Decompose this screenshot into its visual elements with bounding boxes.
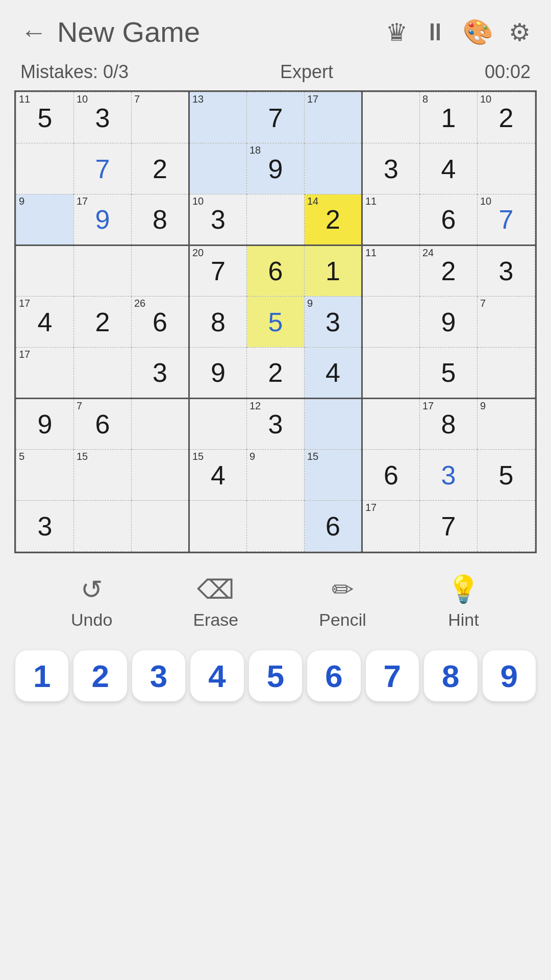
cell-r1-c2[interactable]: 2 xyxy=(132,143,189,194)
cell-r3-c2[interactable] xyxy=(132,246,189,297)
pause-icon[interactable]: ⏸ xyxy=(423,18,447,46)
cell-r4-c0[interactable]: 174 xyxy=(16,297,74,348)
cell-r1-c4[interactable]: 189 xyxy=(247,143,305,194)
cell-r2-c3[interactable]: 103 xyxy=(189,194,247,246)
cell-r0-c7[interactable]: 81 xyxy=(420,92,478,143)
cell-r7-c8[interactable]: 5 xyxy=(478,450,535,501)
cell-r5-c6[interactable] xyxy=(362,348,420,399)
cell-r1-c6[interactable]: 3 xyxy=(362,143,420,194)
cell-r2-c1[interactable]: 179 xyxy=(74,194,132,246)
cell-r5-c2[interactable]: 3 xyxy=(132,348,189,399)
numpad-button-8[interactable]: 8 xyxy=(424,650,477,701)
undo-button[interactable]: ↺ Undo xyxy=(71,574,112,630)
cell-r0-c4[interactable]: 7 xyxy=(247,92,305,143)
cell-r5-c7[interactable]: 5 xyxy=(420,348,478,399)
cell-r3-c1[interactable] xyxy=(74,246,132,297)
cell-r4-c6[interactable] xyxy=(362,297,420,348)
settings-icon[interactable]: ⚙ xyxy=(509,18,531,46)
cell-r1-c3[interactable] xyxy=(189,143,247,194)
hint-button[interactable]: 💡 Hint xyxy=(447,574,480,630)
cell-r2-c4[interactable] xyxy=(247,194,305,246)
cell-r6-c4[interactable]: 123 xyxy=(247,399,305,450)
numpad-button-1[interactable]: 1 xyxy=(15,650,68,701)
cell-r3-c0[interactable] xyxy=(16,246,74,297)
numpad-button-2[interactable]: 2 xyxy=(73,650,127,701)
cell-r8-c4[interactable] xyxy=(247,501,305,552)
cell-r2-c5[interactable]: 142 xyxy=(305,194,362,246)
cell-r4-c3[interactable]: 8 xyxy=(189,297,247,348)
cell-r8-c5[interactable]: 6 xyxy=(305,501,362,552)
cell-r3-c3[interactable]: 207 xyxy=(189,246,247,297)
cell-r6-c8[interactable]: 9 xyxy=(478,399,535,450)
cell-r2-c2[interactable]: 8 xyxy=(132,194,189,246)
cell-r8-c2[interactable] xyxy=(132,501,189,552)
cell-r7-c1[interactable]: 15 xyxy=(74,450,132,501)
back-button[interactable]: ← xyxy=(20,17,47,47)
cell-r7-c0[interactable]: 5 xyxy=(16,450,74,501)
cell-r6-c1[interactable]: 76 xyxy=(74,399,132,450)
cell-r3-c6[interactable]: 11 xyxy=(362,246,420,297)
cell-r5-c1[interactable] xyxy=(74,348,132,399)
cell-r8-c0[interactable]: 3 xyxy=(16,501,74,552)
cell-r0-c2[interactable]: 7 xyxy=(132,92,189,143)
cell-r4-c8[interactable]: 7 xyxy=(478,297,535,348)
cell-r4-c1[interactable]: 2 xyxy=(74,297,132,348)
cell-r8-c8[interactable] xyxy=(478,501,535,552)
cell-r5-c5[interactable]: 4 xyxy=(305,348,362,399)
numpad-button-5[interactable]: 5 xyxy=(249,650,302,701)
cell-r1-c8[interactable] xyxy=(478,143,535,194)
cell-r2-c8[interactable]: 107 xyxy=(478,194,535,246)
cell-r4-c2[interactable]: 266 xyxy=(132,297,189,348)
cell-r4-c7[interactable]: 9 xyxy=(420,297,478,348)
erase-button[interactable]: ⌫ Erase xyxy=(193,574,238,630)
crown-icon[interactable]: ♛ xyxy=(386,18,408,46)
cell-r2-c6[interactable]: 11 xyxy=(362,194,420,246)
cell-value: 7 xyxy=(499,206,514,233)
numpad-button-4[interactable]: 4 xyxy=(190,650,243,701)
cell-r5-c4[interactable]: 2 xyxy=(247,348,305,399)
cell-r6-c2[interactable] xyxy=(132,399,189,450)
cell-r8-c1[interactable] xyxy=(74,501,132,552)
numpad-button-3[interactable]: 3 xyxy=(132,650,185,701)
cell-r2-c0[interactable]: 9 xyxy=(16,194,74,246)
cell-r4-c5[interactable]: 93 xyxy=(305,297,362,348)
cell-r7-c4[interactable]: 9 xyxy=(247,450,305,501)
numpad-button-6[interactable]: 6 xyxy=(307,650,360,701)
cell-r3-c5[interactable]: 1 xyxy=(305,246,362,297)
cell-r7-c6[interactable]: 6 xyxy=(362,450,420,501)
cell-r2-c7[interactable]: 6 xyxy=(420,194,478,246)
cell-r5-c8[interactable] xyxy=(478,348,535,399)
cell-r1-c0[interactable] xyxy=(16,143,74,194)
cell-r1-c1[interactable]: 7 xyxy=(74,143,132,194)
cell-r0-c1[interactable]: 103 xyxy=(74,92,132,143)
cell-r3-c4[interactable]: 6 xyxy=(247,246,305,297)
numpad-button-7[interactable]: 7 xyxy=(366,650,419,701)
cell-r1-c5[interactable] xyxy=(305,143,362,194)
cell-r8-c3[interactable] xyxy=(189,501,247,552)
cell-r0-c6[interactable] xyxy=(362,92,420,143)
cell-r3-c7[interactable]: 242 xyxy=(420,246,478,297)
cell-r0-c8[interactable]: 102 xyxy=(478,92,535,143)
cell-r7-c7[interactable]: 3 xyxy=(420,450,478,501)
cell-r7-c2[interactable] xyxy=(132,450,189,501)
numpad-button-9[interactable]: 9 xyxy=(483,650,536,701)
cell-r7-c5[interactable]: 15 xyxy=(305,450,362,501)
cell-r0-c0[interactable]: 115 xyxy=(16,92,74,143)
cell-r6-c5[interactable] xyxy=(305,399,362,450)
cell-r6-c3[interactable] xyxy=(189,399,247,450)
pencil-button[interactable]: ✏ Pencil xyxy=(319,574,366,630)
cell-r5-c3[interactable]: 9 xyxy=(189,348,247,399)
cell-r3-c8[interactable]: 3 xyxy=(478,246,535,297)
cell-r8-c6[interactable]: 17 xyxy=(362,501,420,552)
cell-r6-c6[interactable] xyxy=(362,399,420,450)
cell-r6-c7[interactable]: 178 xyxy=(420,399,478,450)
cell-r5-c0[interactable]: 17 xyxy=(16,348,74,399)
cell-r0-c5[interactable]: 17 xyxy=(305,92,362,143)
palette-icon[interactable]: 🎨 xyxy=(463,18,493,46)
cell-r0-c3[interactable]: 13 xyxy=(189,92,247,143)
cell-r6-c0[interactable]: 9 xyxy=(16,399,74,450)
cell-r1-c7[interactable]: 4 xyxy=(420,143,478,194)
cell-r4-c4[interactable]: 5 xyxy=(247,297,305,348)
cell-r7-c3[interactable]: 154 xyxy=(189,450,247,501)
cell-r8-c7[interactable]: 7 xyxy=(420,501,478,552)
